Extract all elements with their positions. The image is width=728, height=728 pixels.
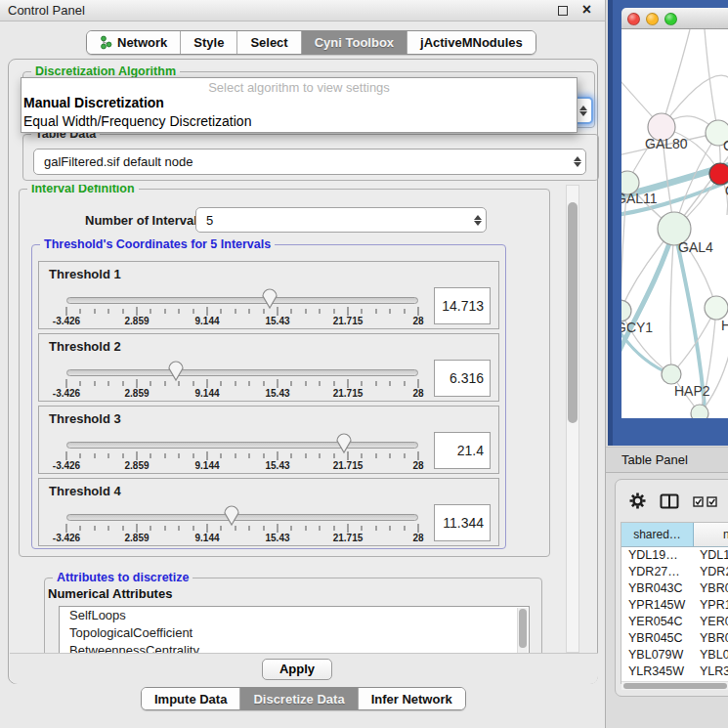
popup-item-manual-discretization[interactable]: Manual Discretization bbox=[21, 95, 577, 113]
threshold-panel: Threshold 3 -3.4262.8599.14415.4321.7152… bbox=[38, 406, 499, 474]
network-node[interactable] bbox=[705, 296, 728, 320]
list-item-topologicalcoefficient[interactable]: TopologicalCoefficient bbox=[60, 624, 529, 642]
list-scrollbar[interactable] bbox=[517, 608, 528, 653]
table-header-row: shared… n bbox=[621, 523, 728, 547]
table-cell[interactable]: YPR145W bbox=[621, 597, 694, 614]
tick-label: 28 bbox=[412, 316, 423, 326]
tick-mark bbox=[348, 379, 349, 388]
close-traffic-light-icon[interactable] bbox=[627, 13, 640, 25]
slider-ticks bbox=[66, 379, 418, 388]
tick-mark bbox=[278, 307, 278, 316]
bottom-tab-impute-data[interactable]: Impute Data bbox=[142, 688, 239, 709]
tick-label: 28 bbox=[412, 460, 423, 471]
list-item-betweennesscentrality[interactable]: BetweennessCentrality bbox=[60, 642, 529, 653]
number-of-intervals-select[interactable]: 5 bbox=[195, 207, 487, 233]
table-cell[interactable]: YLR345W bbox=[621, 664, 694, 680]
table-cell[interactable]: YBL0 bbox=[694, 647, 728, 664]
table-cell[interactable]: YDR2 bbox=[694, 564, 728, 580]
tick-mark bbox=[122, 381, 123, 386]
zoom-traffic-light-icon[interactable] bbox=[664, 13, 677, 25]
tick-mark bbox=[263, 381, 264, 386]
minimize-traffic-light-icon[interactable] bbox=[646, 13, 659, 25]
threshold-value-field[interactable]: 11.344 bbox=[434, 504, 491, 541]
table-cell[interactable]: YDR27… bbox=[621, 564, 694, 580]
tick-mark bbox=[150, 309, 151, 314]
tick-label: 21.715 bbox=[333, 460, 364, 471]
threshold-value-field[interactable]: 6.316 bbox=[434, 360, 491, 397]
table-cell[interactable]: YBR043C bbox=[621, 580, 694, 597]
checkbox-icon[interactable] bbox=[707, 495, 717, 510]
table-row[interactable]: YDL19…YDL1 bbox=[621, 547, 728, 564]
tick-mark bbox=[291, 309, 292, 314]
numerical-attributes-label: Numerical Attributes bbox=[48, 586, 172, 601]
tick-mark bbox=[179, 309, 180, 314]
tick-label: 15.43 bbox=[265, 533, 289, 543]
tick-mark bbox=[137, 451, 138, 460]
tick-mark bbox=[221, 381, 222, 386]
table-cell[interactable]: YLR3 bbox=[694, 664, 728, 680]
column-header-name[interactable]: n bbox=[694, 523, 728, 546]
list-item-selfloops[interactable]: SelfLoops bbox=[60, 607, 529, 624]
slider-track[interactable] bbox=[66, 442, 418, 449]
split-columns-icon[interactable] bbox=[660, 493, 679, 512]
control-panel-titlebar: Control Panel × bbox=[0, 0, 605, 21]
table-cell[interactable]: YER0 bbox=[694, 614, 728, 630]
tick-label: 15.43 bbox=[265, 460, 289, 471]
bottom-tab-infer-network[interactable]: Infer Network bbox=[358, 688, 465, 709]
table-cell[interactable]: YER054C bbox=[621, 614, 694, 630]
table-cell[interactable]: YBR045C bbox=[621, 630, 694, 647]
tab-jactivemnodules[interactable]: jActiveMNodules bbox=[407, 31, 535, 54]
table-row[interactable]: YBR043CYBR0 bbox=[621, 580, 728, 597]
table-row[interactable]: YPR145WYPR1 bbox=[621, 597, 728, 614]
window-title: Control Panel bbox=[8, 3, 85, 18]
network-node[interactable] bbox=[691, 405, 708, 418]
table-row[interactable]: YDR27…YDR2 bbox=[621, 564, 728, 580]
tab-network[interactable]: Network bbox=[87, 31, 180, 54]
checkbox-icon[interactable] bbox=[693, 495, 704, 510]
numerical-attributes-list[interactable]: SelfLoopsTopologicalCoefficientBetweenne… bbox=[59, 606, 530, 653]
tick-mark bbox=[164, 309, 165, 314]
tick-mark bbox=[390, 453, 391, 458]
table-cell[interactable]: YPR1 bbox=[694, 597, 728, 614]
tick-mark bbox=[333, 309, 334, 314]
table-row[interactable]: YLR345WYLR3 bbox=[621, 664, 728, 680]
tick-mark bbox=[278, 379, 278, 388]
slider-track[interactable] bbox=[66, 297, 418, 304]
table-row[interactable]: YBR045CYBR0 bbox=[621, 630, 728, 647]
gear-icon[interactable] bbox=[629, 492, 646, 512]
network-node[interactable] bbox=[709, 163, 728, 185]
horizontal-scrollbar[interactable] bbox=[621, 681, 728, 690]
slider-track[interactable] bbox=[66, 514, 418, 521]
vertical-scrollbar[interactable] bbox=[566, 185, 579, 653]
table-data-select[interactable]: galFiltered.sif default node bbox=[33, 149, 586, 175]
tick-mark bbox=[94, 526, 95, 531]
network-edge[interactable] bbox=[670, 229, 674, 374]
column-header-shared-name[interactable]: shared… bbox=[621, 523, 694, 546]
network-node[interactable] bbox=[662, 364, 681, 384]
bottom-tab-discretize-data[interactable]: Discretize Data bbox=[239, 688, 357, 709]
table-cell[interactable]: YBR0 bbox=[694, 630, 728, 647]
tab-select[interactable]: Select bbox=[236, 31, 300, 54]
tab-cyni-toolbox[interactable]: Cyni Toolbox bbox=[301, 31, 407, 54]
network-edge[interactable] bbox=[662, 29, 690, 127]
threshold-value-field[interactable]: 14.713 bbox=[434, 287, 491, 324]
tick-mark bbox=[150, 381, 151, 386]
table-cell[interactable]: YBL079W bbox=[621, 647, 694, 664]
table-row[interactable]: YBL079WYBL0 bbox=[621, 647, 728, 664]
float-window-icon[interactable] bbox=[558, 6, 568, 16]
tick-mark bbox=[404, 309, 405, 314]
popup-item-equal-width-frequency[interactable]: Equal Width/Frequency Discretization bbox=[21, 113, 577, 132]
table-cell[interactable]: YBR0 bbox=[694, 580, 728, 597]
tick-mark bbox=[348, 524, 349, 533]
tick-mark bbox=[249, 453, 250, 458]
close-icon[interactable]: × bbox=[582, 1, 591, 19]
table-cell[interactable]: YDL19… bbox=[621, 547, 694, 564]
network-node[interactable] bbox=[621, 300, 631, 321]
table-row[interactable]: YER054CYER0 bbox=[621, 614, 728, 630]
threshold-value-field[interactable]: 21.4 bbox=[434, 432, 491, 469]
network-canvas[interactable]: GAL80GACGAL11GAL4GCY1HHAP2 bbox=[621, 29, 728, 418]
table-cell[interactable]: YDL1 bbox=[694, 547, 728, 564]
slider-track[interactable] bbox=[66, 369, 418, 376]
apply-button[interactable]: Apply bbox=[262, 659, 332, 680]
tab-style[interactable]: Style bbox=[180, 31, 236, 54]
